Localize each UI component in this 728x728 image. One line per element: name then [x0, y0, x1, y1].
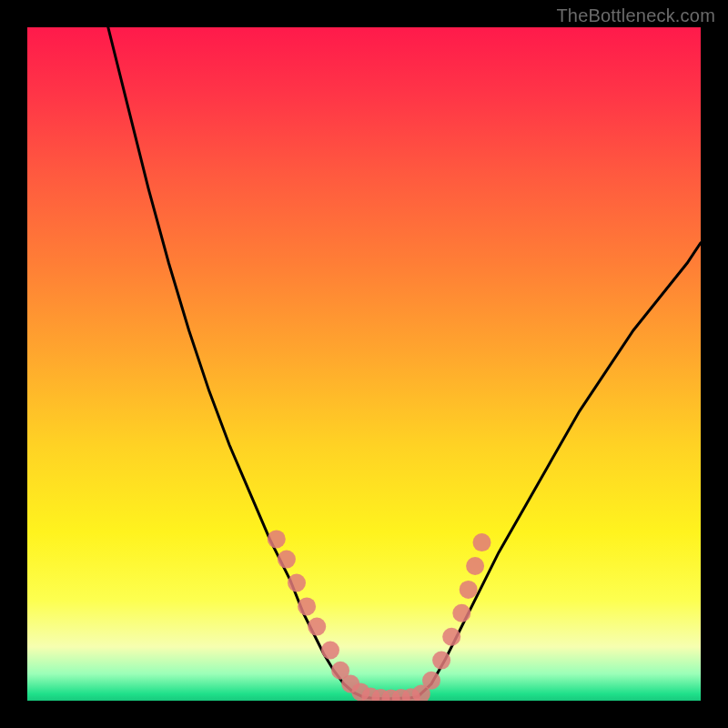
marker-dot [288, 574, 306, 592]
marker-dot [473, 533, 491, 551]
marker-dot [442, 628, 460, 646]
watermark-text: TheBottleneck.com [556, 5, 715, 26]
chart-frame: TheBottleneck.com [0, 0, 728, 728]
marker-group [268, 530, 491, 701]
marker-dot [321, 642, 339, 660]
left-curve-path [108, 27, 364, 697]
marker-dot [298, 597, 316, 615]
marker-dot [432, 652, 450, 670]
plot-area [27, 27, 701, 701]
marker-dot [308, 618, 326, 636]
marker-dot [268, 530, 286, 548]
marker-dot [452, 604, 470, 622]
marker-dot [466, 557, 484, 575]
chart-svg [27, 27, 701, 701]
right-curve-path [418, 243, 701, 697]
marker-dot [460, 581, 478, 599]
marker-dot [422, 672, 440, 690]
marker-dot [278, 551, 296, 569]
